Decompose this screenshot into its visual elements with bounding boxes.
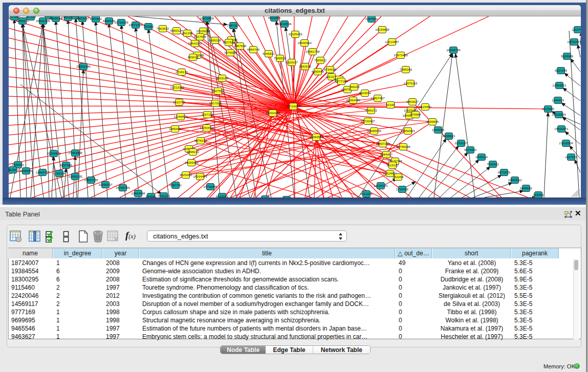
svg-text:7955812: 7955812 — [314, 58, 327, 62]
svg-text:7588520: 7588520 — [274, 56, 287, 60]
svg-text:16543382: 16543382 — [188, 41, 202, 45]
svg-text:924501: 924501 — [533, 193, 544, 196]
svg-text:10807467: 10807467 — [371, 96, 385, 100]
svg-text:12213987: 12213987 — [385, 40, 399, 43]
svg-text:7386372: 7386372 — [365, 108, 378, 112]
svg-text:751552: 751552 — [143, 25, 154, 28]
svg-text:1615112: 1615112 — [386, 163, 399, 167]
svg-text:1610755: 1610755 — [173, 100, 186, 104]
svg-text:15692971: 15692971 — [554, 127, 569, 130]
svg-text:14136141: 14136141 — [374, 184, 388, 187]
svg-text:9227349: 9227349 — [555, 69, 568, 72]
svg-text:17010504: 17010504 — [559, 141, 573, 145]
svg-text:7632621: 7632621 — [487, 162, 499, 166]
svg-text:8454749: 8454749 — [247, 48, 260, 51]
svg-text:12975115: 12975115 — [403, 81, 418, 85]
svg-text:3913941: 3913941 — [9, 168, 19, 171]
svg-text:9777169: 9777169 — [335, 79, 348, 83]
svg-text:9146821: 9146821 — [263, 52, 275, 55]
svg-text:7485003: 7485003 — [400, 68, 412, 71]
svg-text:8878334: 8878334 — [194, 139, 207, 142]
svg-text:16154808: 16154808 — [375, 28, 389, 31]
svg-text:7742113: 7742113 — [158, 194, 170, 198]
svg-text:17957255: 17957255 — [84, 178, 98, 182]
svg-text:13353594: 13353594 — [200, 126, 214, 129]
svg-text:15226058: 15226058 — [196, 29, 210, 33]
svg-text:16782759: 16782759 — [116, 186, 130, 189]
svg-text:20691406: 20691406 — [36, 19, 50, 23]
svg-text:62160: 62160 — [386, 103, 395, 106]
svg-text:12093821: 12093821 — [552, 83, 567, 87]
svg-text:10688609: 10688609 — [367, 129, 381, 133]
svg-text:9699695: 9699695 — [426, 120, 439, 123]
svg-text:8215955: 8215955 — [542, 107, 555, 111]
svg-text:8813054: 8813054 — [268, 16, 281, 19]
svg-text:10958107: 10958107 — [98, 183, 113, 186]
svg-text:19384554: 19384554 — [309, 135, 323, 139]
svg-text:8471676: 8471676 — [498, 170, 511, 174]
svg-text:6466160: 6466160 — [103, 19, 116, 23]
svg-text:1498222: 1498222 — [187, 150, 200, 154]
svg-text:9329966: 9329966 — [561, 54, 574, 58]
svg-text:1527602: 1527602 — [90, 17, 102, 20]
svg-text:15302033: 15302033 — [266, 111, 280, 115]
svg-text:1965493: 1965493 — [169, 127, 182, 130]
svg-text:16210643: 16210643 — [552, 113, 566, 116]
svg-text:15751074: 15751074 — [567, 40, 581, 43]
svg-text:1112704: 1112704 — [572, 28, 581, 31]
svg-text:19654923: 19654923 — [401, 129, 415, 133]
svg-text:9327508: 9327508 — [223, 40, 235, 44]
svg-text:975684: 975684 — [410, 113, 421, 116]
svg-text:11325419: 11325419 — [288, 32, 302, 36]
svg-text:1156829: 1156829 — [20, 169, 32, 172]
svg-text:3675685: 3675685 — [224, 51, 237, 54]
svg-text:6990448: 6990448 — [312, 70, 324, 73]
svg-text:16671355: 16671355 — [128, 23, 143, 27]
svg-text:7625402: 7625402 — [180, 173, 192, 177]
svg-text:7663822: 7663822 — [157, 27, 169, 30]
svg-text:10756928: 10756928 — [396, 145, 410, 148]
svg-text:2087682: 2087682 — [365, 17, 378, 20]
svg-text:12923448: 12923448 — [131, 191, 145, 195]
svg-text:18724007: 18724007 — [286, 104, 300, 108]
svg-text:8938923: 8938923 — [443, 134, 455, 138]
svg-text:15716485: 15716485 — [203, 185, 217, 188]
svg-text:9397586: 9397586 — [60, 163, 73, 167]
svg-text:6379197: 6379197 — [455, 141, 468, 145]
svg-text:937114: 937114 — [26, 16, 36, 18]
svg-text:20364436: 20364436 — [346, 98, 360, 102]
svg-text:20053346: 20053346 — [76, 64, 91, 68]
svg-text:8123341: 8123341 — [216, 194, 229, 198]
svg-text:1167533: 1167533 — [565, 155, 577, 159]
svg-text:1733426: 1733426 — [396, 187, 409, 191]
svg-text:12942757: 12942757 — [35, 170, 50, 174]
svg-text:16099489: 16099489 — [184, 161, 199, 164]
svg-text:8660124: 8660124 — [170, 29, 183, 32]
svg-text:1244419: 1244419 — [552, 98, 564, 102]
svg-text:3267110: 3267110 — [201, 113, 213, 116]
svg-text:1145194: 1145194 — [53, 171, 66, 175]
svg-text:9084067: 9084067 — [380, 152, 393, 156]
svg-text:7357224: 7357224 — [227, 24, 240, 27]
svg-text:10853267: 10853267 — [75, 16, 90, 20]
svg-text:746206: 746206 — [349, 85, 360, 89]
svg-text:9327505: 9327505 — [194, 35, 207, 38]
svg-text:8816513: 8816513 — [50, 16, 62, 20]
svg-text:8186328: 8186328 — [209, 38, 222, 42]
svg-text:891295: 891295 — [182, 31, 193, 35]
svg-text:824501: 824501 — [146, 194, 157, 198]
svg-text:252254: 252254 — [393, 175, 404, 179]
svg-text:2718176: 2718176 — [176, 70, 188, 74]
svg-text:16961758: 16961758 — [306, 50, 320, 53]
svg-text:16640910: 16640910 — [297, 41, 312, 45]
svg-text:15720407: 15720407 — [361, 119, 375, 123]
svg-text:9657791: 9657791 — [169, 183, 182, 187]
svg-text:20206576: 20206576 — [47, 151, 61, 155]
svg-text:10654112: 10654112 — [508, 178, 522, 182]
svg-text:17353968: 17353968 — [68, 151, 82, 155]
svg-text:2803144: 2803144 — [216, 76, 229, 80]
svg-text:12213383: 12213383 — [170, 85, 184, 89]
svg-text:16033809: 16033809 — [200, 16, 214, 20]
svg-text:16914479: 16914479 — [193, 174, 207, 178]
svg-text:771824: 771824 — [260, 197, 271, 198]
